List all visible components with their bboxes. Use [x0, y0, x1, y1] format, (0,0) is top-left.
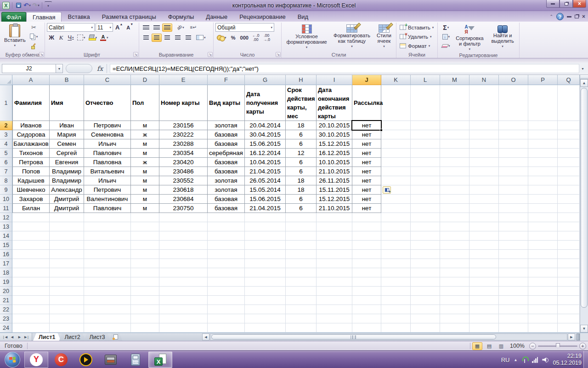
cell-D13[interactable]	[131, 222, 159, 231]
cell-M12[interactable]	[440, 213, 469, 222]
cell-K8[interactable]	[381, 176, 411, 185]
cell-E8[interactable]: 230552	[159, 176, 208, 185]
page-break-view-button[interactable]: ▥	[496, 342, 506, 350]
sheet-tab-list2[interactable]: Лист2	[59, 333, 85, 341]
cell-B18[interactable]	[50, 268, 84, 277]
cell-H14[interactable]	[286, 231, 317, 241]
cell-F10[interactable]: базовая	[208, 195, 245, 204]
cell-A12[interactable]	[12, 213, 50, 222]
column-header-N[interactable]: N	[469, 75, 499, 85]
cell-D4[interactable]: м	[131, 139, 159, 149]
cell-L12[interactable]	[411, 213, 440, 222]
cell-P17[interactable]	[528, 259, 558, 268]
cell-I18[interactable]	[317, 268, 352, 277]
cell-K23[interactable]	[381, 314, 411, 323]
row-header-3[interactable]: 3	[0, 130, 12, 139]
cell-J12[interactable]	[352, 213, 381, 222]
cell-K1[interactable]	[381, 85, 411, 121]
taskbar-ccleaner[interactable]: C	[49, 351, 73, 368]
cell-B3[interactable]: Мария	[50, 130, 84, 139]
cell-N6[interactable]	[469, 158, 499, 167]
cell-Q11[interactable]	[558, 204, 580, 213]
align-right-button[interactable]	[162, 34, 172, 42]
cell-G24[interactable]	[245, 323, 286, 333]
tab-view[interactable]: Вид	[292, 12, 315, 22]
cell-G13[interactable]	[245, 222, 286, 231]
zoom-in-button[interactable]: +	[579, 343, 586, 350]
cell-B14[interactable]	[50, 231, 84, 241]
cell-B22[interactable]	[50, 305, 84, 314]
cell-A8[interactable]: Кадышев	[12, 176, 50, 185]
cell-F9[interactable]: золотая	[208, 185, 245, 195]
cell-G23[interactable]	[245, 314, 286, 323]
cell-D6[interactable]: ж	[131, 158, 159, 167]
cell-G16[interactable]	[245, 250, 286, 259]
cell-L4[interactable]	[411, 139, 440, 149]
cell-M15[interactable]	[440, 241, 469, 250]
cell-M5[interactable]	[440, 149, 469, 158]
cell-C5[interactable]: Павлович	[84, 149, 131, 158]
shrink-font-button[interactable]: A▼	[125, 23, 135, 32]
cell-B13[interactable]	[50, 222, 84, 231]
row-header-4[interactable]: 4	[0, 139, 12, 149]
scrollbar-split-handle[interactable]	[580, 75, 588, 79]
column-header-E[interactable]: E	[159, 75, 208, 85]
increase-indent-button[interactable]	[183, 34, 193, 42]
cell-C4[interactable]: Ильич	[84, 139, 131, 149]
cell-C7[interactable]: Витальевич	[84, 167, 131, 176]
cell-I9[interactable]: 15.11.2015	[317, 185, 352, 195]
cell-C24[interactable]	[84, 323, 131, 333]
cell-F6[interactable]: базовая	[208, 158, 245, 167]
cell-D12[interactable]	[131, 213, 159, 222]
cell-K14[interactable]	[381, 231, 411, 241]
cell-I4[interactable]: 15.12.2015	[317, 139, 352, 149]
cell-P19[interactable]	[528, 277, 558, 287]
cell-I15[interactable]	[317, 241, 352, 250]
row-header-11[interactable]: 11	[0, 204, 12, 213]
horizontal-scrollbar[interactable]: ◀ ▶	[202, 334, 580, 340]
cell-M20[interactable]	[440, 287, 469, 296]
format-as-table-button[interactable]: Форматировать как таблицу▾	[332, 23, 372, 50]
close-button[interactable]: ×	[573, 0, 586, 8]
cell-G8[interactable]: 26.05.2014	[245, 176, 286, 185]
cell-F7[interactable]: базовая	[208, 167, 245, 176]
cell-P1[interactable]	[528, 85, 558, 121]
cell-M9[interactable]	[440, 185, 469, 195]
cell-N20[interactable]	[469, 287, 499, 296]
cell-D18[interactable]	[131, 268, 159, 277]
cell-F11[interactable]: базовая	[208, 204, 245, 213]
number-dialog-launcher-icon[interactable]: ↘	[276, 52, 281, 57]
cell-G2[interactable]: 20.04.2014	[245, 121, 286, 130]
select-all-corner[interactable]	[0, 75, 12, 85]
cell-P11[interactable]	[528, 204, 558, 213]
cell-D24[interactable]	[131, 323, 159, 333]
cell-M21[interactable]	[440, 296, 469, 305]
cell-D22[interactable]	[131, 305, 159, 314]
cell-P3[interactable]	[528, 130, 558, 139]
cell-L15[interactable]	[411, 241, 440, 250]
cell-H1[interactable]: Срок действия карты, мес	[286, 85, 317, 121]
cell-P2[interactable]	[528, 121, 558, 130]
cell-D21[interactable]	[131, 296, 159, 305]
save-button[interactable]	[15, 1, 22, 10]
cell-N21[interactable]	[469, 296, 499, 305]
cell-O15[interactable]	[499, 241, 528, 250]
cell-J3[interactable]: нет	[352, 130, 381, 139]
cell-P23[interactable]	[528, 314, 558, 323]
cell-K11[interactable]	[381, 204, 411, 213]
cell-A4[interactable]: Баклажанов	[12, 139, 50, 149]
cell-J21[interactable]	[352, 296, 381, 305]
cell-F24[interactable]	[208, 323, 245, 333]
cell-I7[interactable]: 21.10.2015	[317, 167, 352, 176]
name-box-dropdown-icon[interactable]: ▼	[56, 64, 63, 73]
cell-C16[interactable]	[84, 250, 131, 259]
cell-I13[interactable]	[317, 222, 352, 231]
horizontal-scroll-track[interactable]	[210, 334, 567, 340]
zoom-track[interactable]	[538, 345, 577, 347]
cell-I23[interactable]	[317, 314, 352, 323]
cell-N7[interactable]	[469, 167, 499, 176]
cell-B5[interactable]: Сергей	[50, 149, 84, 158]
cell-O16[interactable]	[499, 250, 528, 259]
cell-J15[interactable]	[352, 241, 381, 250]
cell-B11[interactable]: Дмитрий	[50, 204, 84, 213]
